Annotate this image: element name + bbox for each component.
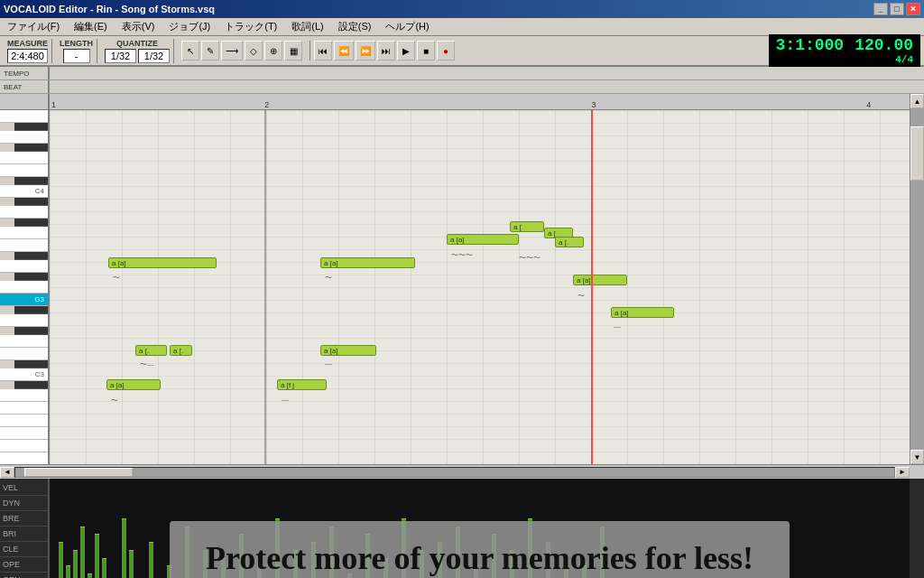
record-button[interactable]: ● — [437, 41, 455, 61]
key-row[interactable] — [0, 440, 48, 452]
key-black[interactable] — [14, 273, 48, 281]
stop-button[interactable]: ■ — [417, 41, 435, 61]
key-row[interactable] — [0, 314, 48, 327]
key-black[interactable] — [14, 381, 48, 389]
menu-help[interactable]: ヘルプ(H) — [382, 19, 432, 34]
key-black[interactable] — [14, 252, 48, 260]
close-button[interactable]: ✕ — [906, 3, 920, 15]
key-row[interactable] — [0, 427, 48, 440]
quantize-section: QUANTIZE 1/32 1/32 — [101, 39, 174, 63]
param-bri[interactable]: BRI — [0, 527, 48, 542]
note-6[interactable]: a [. — [555, 237, 584, 247]
key-row[interactable] — [0, 335, 48, 348]
key-row[interactable] — [0, 206, 48, 219]
key-row[interactable] — [0, 239, 48, 252]
vertical-scrollbar[interactable]: ▲ ▼ — [910, 94, 924, 464]
grid-scroll[interactable]: a [a] a [a] a [a] a [ a [_ a [. a [a] a … — [50, 110, 910, 464]
note-3[interactable]: a [a] — [447, 234, 519, 245]
play-button[interactable]: ▶ — [397, 41, 415, 61]
menubar: ファイル(F) 編集(E) 表示(V) ジョブ(J) トラック(T) 歌詞(L)… — [0, 18, 924, 36]
key-black[interactable] — [14, 198, 48, 206]
key-row[interactable] — [0, 110, 48, 123]
note-9[interactable]: a [. — [135, 345, 167, 356]
menu-edit[interactable]: 編集(E) — [70, 19, 111, 34]
key-row[interactable] — [0, 415, 48, 427]
key-black[interactable] — [14, 306, 48, 314]
fast-forward-button[interactable]: ⏩ — [356, 41, 375, 61]
note-2[interactable]: a [a] — [320, 257, 415, 268]
param-bre[interactable]: BRE — [0, 511, 48, 527]
horizontal-scrollbar[interactable]: ◄ ► — [0, 464, 924, 479]
param-panel: VEL DYN BRE BRI CLE OPE GEN POR PIT PBS — [0, 479, 924, 578]
note-8[interactable]: a [a] — [611, 307, 674, 318]
tool-diamond[interactable]: ◇ — [245, 41, 263, 61]
quantize-value2[interactable]: 1/32 — [138, 49, 170, 63]
menu-settings[interactable]: 設定(S) — [335, 19, 375, 34]
menu-view[interactable]: 表示(V) — [118, 19, 159, 34]
key-black[interactable] — [14, 327, 48, 335]
menu-job[interactable]: ジョブ(J) — [165, 19, 214, 34]
key-row[interactable] — [0, 227, 48, 239]
length-value[interactable]: - — [63, 49, 90, 63]
key-black[interactable] — [14, 123, 48, 131]
key-row[interactable] — [0, 348, 48, 360]
tool-pencil[interactable]: ✎ — [201, 41, 219, 61]
key-black[interactable] — [14, 177, 48, 185]
param-dyn[interactable]: DYN — [0, 496, 48, 511]
tool-cross[interactable]: ⊕ — [264, 41, 282, 61]
key-row[interactable] — [0, 152, 48, 164]
menu-track[interactable]: トラック(T) — [221, 19, 281, 34]
tool-eraser[interactable]: ⟶ — [221, 41, 243, 61]
goto-end-button[interactable]: ⏭ — [377, 41, 395, 61]
key-row[interactable] — [0, 402, 48, 415]
vscroll-down-arrow[interactable]: ▼ — [910, 450, 924, 464]
key-black[interactable] — [14, 360, 48, 368]
note-13[interactable]: a [f j — [277, 379, 327, 390]
key-black[interactable] — [14, 144, 48, 152]
note-10[interactable]: a [. — [170, 345, 192, 356]
hscroll-right-arrow[interactable]: ► — [895, 467, 910, 478]
note-1[interactable]: a [a] — [108, 257, 217, 268]
tool-pointer[interactable]: ↖ — [181, 41, 199, 61]
beat-vscroll-spacer — [910, 80, 924, 93]
vscroll-track[interactable] — [910, 108, 924, 450]
quantize-label: QUANTIZE — [116, 39, 158, 48]
ruler: 1 2 3 4 — [50, 94, 910, 110]
key-row[interactable] — [0, 260, 48, 273]
minimize-button[interactable]: _ — [873, 3, 888, 15]
note-12[interactable]: a [a] — [106, 379, 161, 390]
keys-area: C4 G3 C3 — [0, 110, 48, 464]
hscroll-track[interactable] — [14, 467, 895, 478]
key-row[interactable] — [0, 164, 48, 177]
key-c3[interactable]: C3 — [0, 368, 48, 381]
note-11[interactable]: a [a] — [320, 345, 376, 356]
note-7[interactable]: a [a] — [573, 275, 627, 285]
goto-start-button[interactable]: ⏮ — [314, 41, 332, 61]
key-row[interactable] — [0, 452, 48, 464]
key-black[interactable] — [14, 219, 48, 227]
tool-grid[interactable]: ▦ — [284, 41, 302, 61]
menu-lyrics[interactable]: 歌詞(L) — [288, 19, 327, 34]
window-controls: _ □ ✕ — [873, 3, 920, 15]
maximize-button[interactable]: □ — [890, 3, 904, 15]
param-vel[interactable]: VEL — [0, 480, 48, 496]
key-g3[interactable]: G3 — [0, 294, 48, 306]
param-ope[interactable]: OPE — [0, 557, 48, 573]
vscroll-up-arrow[interactable]: ▲ — [910, 94, 924, 108]
key-row[interactable] — [0, 281, 48, 294]
key-row[interactable] — [0, 389, 48, 402]
hscroll-thumb[interactable] — [24, 468, 133, 477]
beat-label: BEAT — [0, 80, 50, 93]
key-c4[interactable]: C4 — [0, 185, 48, 198]
measure-value[interactable]: 2:4:480 — [7, 49, 48, 63]
note-4[interactable]: a [ — [510, 221, 544, 232]
menu-file[interactable]: ファイル(F) — [4, 19, 63, 34]
rewind-button[interactable]: ⏪ — [334, 41, 354, 61]
hscroll-left-arrow[interactable]: ◄ — [0, 467, 14, 478]
vscroll-thumb[interactable] — [910, 126, 924, 181]
param-gen[interactable]: GEN — [0, 573, 48, 578]
param-content[interactable]: Protect more of your memories for less! — [50, 479, 910, 578]
key-row[interactable] — [0, 131, 48, 144]
param-cle[interactable]: CLE — [0, 542, 48, 557]
quantize-value1[interactable]: 1/32 — [105, 49, 136, 63]
